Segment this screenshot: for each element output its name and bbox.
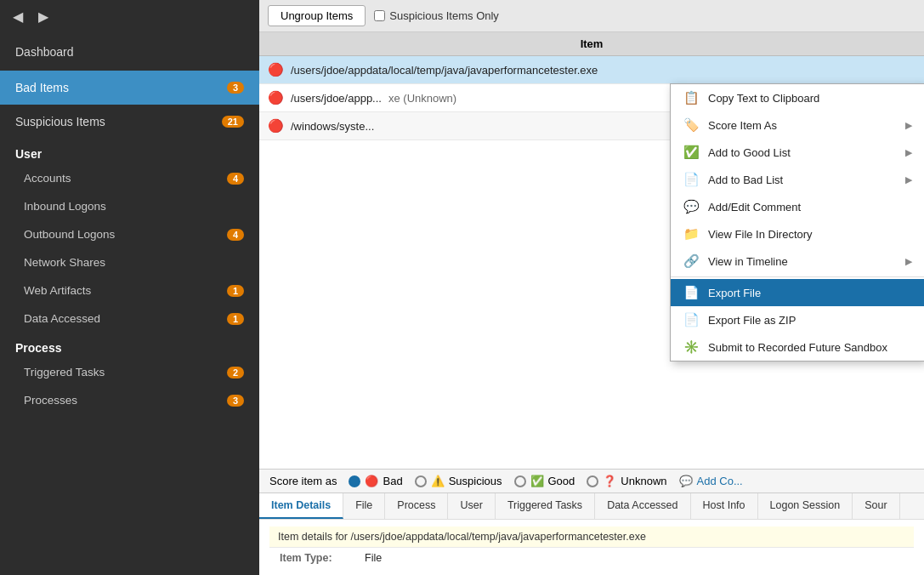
score-option-suspicious[interactable]: ⚠️ Suspicious: [415, 475, 502, 487]
good-icon-score: ✅: [530, 475, 544, 487]
score-option-good[interactable]: ✅ Good: [514, 475, 575, 487]
table-row[interactable]: 🔴 /users/jdoe/appdata/local/temp/java/ja…: [259, 56, 924, 84]
nav-header: ◀ ▶: [0, 0, 259, 33]
ctx-score-item-as[interactable]: 🏷️ Score Item As ▶: [671, 111, 924, 139]
forward-button[interactable]: ▶: [34, 7, 53, 26]
accounts-label: Accounts: [24, 172, 71, 185]
sidebar-dashboard-label: Dashboard: [15, 45, 74, 59]
sidebar-item-accounts[interactable]: Accounts 4: [0, 164, 259, 192]
radio-suspicious: [415, 475, 427, 487]
ctx-good-label: Add to Good List: [708, 146, 791, 159]
ctx-good-arrow: ▶: [905, 147, 912, 158]
triggered-tasks-label: Triggered Tasks: [24, 366, 105, 379]
export-icon: 📄: [683, 285, 700, 300]
copy-icon: 📋: [683, 90, 700, 105]
error-icon-row1: 🔴: [268, 62, 284, 77]
network-shares-label: Network Shares: [24, 256, 105, 269]
tab-host-info[interactable]: Host Info: [691, 493, 758, 519]
item-type-row: Item Type: File: [269, 548, 914, 568]
tab-item-details[interactable]: Item Details: [259, 493, 343, 519]
ctx-score-arrow: ▶: [905, 120, 912, 131]
sidebar-item-outbound-logons[interactable]: Outbound Logons 4: [0, 220, 259, 248]
folder-icon: 📁: [683, 226, 700, 242]
ctx-export-file[interactable]: 📄 Export File: [671, 279, 924, 306]
sidebar-item-web-artifacts[interactable]: Web Artifacts 1: [0, 276, 259, 305]
table-row-3-text: /windows/syste...: [291, 120, 374, 133]
tab-logon-session[interactable]: Logon Session: [758, 493, 853, 519]
sidebar-item-bad-items[interactable]: Bad Items 3: [0, 71, 259, 105]
ctx-sandbox-label: Submit to Recorded Future Sandbox: [708, 341, 887, 354]
bad-icon: 📄: [683, 172, 700, 187]
score-option-unknown[interactable]: ❓ Unknown: [587, 475, 666, 487]
unknown-label: Unknown: [621, 475, 666, 487]
item-type-value: File: [365, 552, 382, 564]
score-label: Score item as: [269, 475, 337, 487]
ctx-comment-label: Add/Edit Comment: [708, 201, 801, 213]
inbound-logons-label: Inbound Logons: [24, 200, 106, 213]
ctx-bad-arrow: ▶: [905, 174, 912, 185]
data-accessed-label: Data Accessed: [24, 312, 100, 325]
ctx-add-to-bad[interactable]: 📄 Add to Bad List ▶: [671, 166, 924, 193]
sidebar-bad-items-label: Bad Items: [15, 81, 69, 94]
ctx-view-file-in-dir[interactable]: 📁 View File In Directory: [671, 220, 924, 248]
table-row-2-suffix: xe (Unknown): [388, 92, 456, 105]
web-artifacts-label: Web Artifacts: [24, 284, 91, 297]
ctx-add-to-good[interactable]: ✅ Add to Good List ▶: [671, 139, 924, 166]
tab-sour[interactable]: Sour: [853, 493, 899, 519]
suspicious-label: Suspicious: [449, 475, 502, 487]
item-details-area: Item details for /users/jdoe/appdata/loc…: [259, 519, 924, 575]
processes-label: Processes: [24, 394, 77, 407]
radio-bad: [349, 475, 360, 487]
ungroup-items-button[interactable]: Ungroup Items: [268, 5, 366, 26]
sidebar-item-network-shares[interactable]: Network Shares: [0, 248, 259, 276]
suspicious-only-label: Suspicious Items Only: [389, 9, 499, 22]
badge-suspicious-items: 21: [222, 116, 244, 128]
ctx-view-dir-label: View File In Directory: [708, 228, 813, 241]
sidebar-item-suspicious-items[interactable]: Suspicious Items 21: [0, 105, 259, 139]
score-icon: 🏷️: [683, 117, 700, 133]
sidebar-suspicious-items-label: Suspicious Items: [15, 115, 105, 128]
context-menu: 📋 Copy Text to Clipboard 🏷️ Score Item A…: [670, 83, 924, 362]
ctx-submit-sandbox[interactable]: ✳️ Submit to Recorded Future Sandbox: [671, 333, 924, 361]
ctx-timeline-label: View in Timeline: [708, 255, 788, 268]
sidebar-item-dashboard[interactable]: Dashboard: [0, 33, 259, 71]
export-zip-icon: 📄: [683, 312, 700, 327]
tab-file[interactable]: File: [343, 493, 385, 519]
ctx-score-label: Score Item As: [708, 119, 777, 132]
bad-icon-score: 🔴: [365, 475, 378, 487]
back-button[interactable]: ◀: [9, 7, 27, 26]
add-comment-button[interactable]: 💬 Add Co...: [679, 475, 743, 487]
item-details-path: Item details for /users/jdoe/appdata/loc…: [269, 527, 914, 548]
ctx-view-in-timeline[interactable]: 🔗 View in Timeline ▶: [671, 248, 924, 275]
sidebar-item-data-accessed[interactable]: Data Accessed 1: [0, 305, 259, 333]
section-header-process: Process: [0, 333, 259, 358]
ctx-add-edit-comment[interactable]: 💬 Add/Edit Comment: [671, 193, 924, 220]
score-bar: Score item as 🔴 Bad ⚠️ Suspicious ✅ Good…: [259, 469, 924, 492]
radio-good: [514, 475, 526, 487]
sidebar-item-triggered-tasks[interactable]: Triggered Tasks 2: [0, 358, 259, 386]
table-row-2-text: /users/jdoe/appp...: [291, 92, 382, 105]
error-icon-row2: 🔴: [268, 90, 284, 105]
tab-user[interactable]: User: [448, 493, 495, 519]
main-panel: Ungroup Items Suspicious Items Only Item…: [259, 0, 924, 575]
tab-data-accessed[interactable]: Data Accessed: [595, 493, 690, 519]
tab-triggered-tasks[interactable]: Triggered Tasks: [496, 493, 595, 519]
tab-process[interactable]: Process: [385, 493, 448, 519]
ctx-export-file-zip[interactable]: 📄 Export File as ZIP: [671, 306, 924, 333]
ctx-copy-text[interactable]: 📋 Copy Text to Clipboard: [671, 84, 924, 111]
unknown-icon-score: ❓: [603, 475, 616, 487]
suspicious-only-checkbox-label[interactable]: Suspicious Items Only: [374, 9, 499, 22]
radio-unknown: [587, 475, 598, 487]
add-comment-label: Add Co...: [697, 475, 743, 487]
outbound-logons-label: Outbound Logons: [24, 228, 115, 241]
sidebar-item-processes[interactable]: Processes 3: [0, 386, 259, 414]
suspicious-only-checkbox[interactable]: [374, 10, 385, 21]
comment-icon: 💬: [683, 199, 700, 214]
badge-accounts: 4: [227, 173, 244, 185]
badge-web-artifacts: 1: [227, 285, 244, 297]
section-header-user: User: [0, 139, 259, 164]
score-option-bad[interactable]: 🔴 Bad: [349, 475, 402, 487]
bad-label: Bad: [383, 475, 402, 487]
sidebar-item-inbound-logons[interactable]: Inbound Logons: [0, 192, 259, 220]
badge-outbound-logons: 4: [227, 229, 244, 241]
